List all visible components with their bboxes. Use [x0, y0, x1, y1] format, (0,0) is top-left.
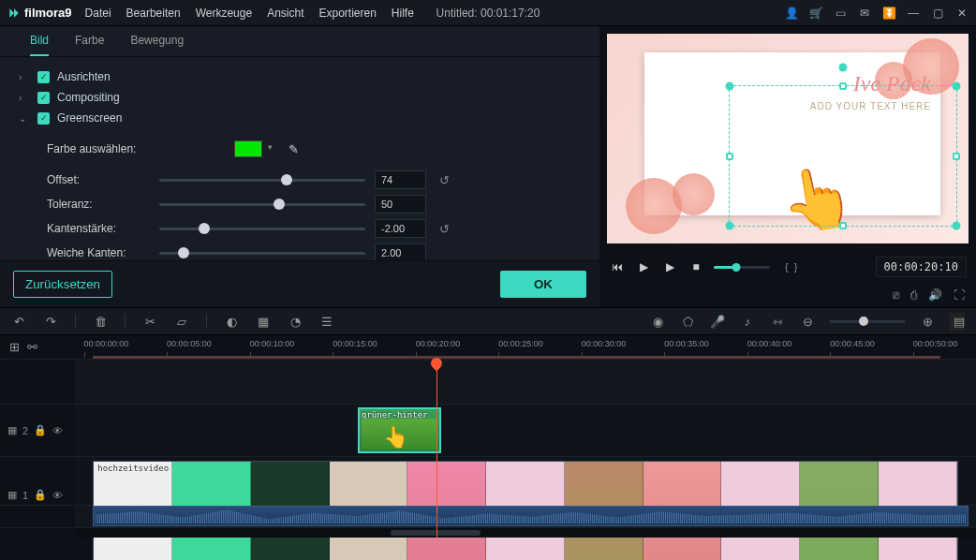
settings-icon[interactable]: ☰: [319, 315, 334, 329]
playhead[interactable]: [436, 360, 437, 538]
snapshot-icon[interactable]: ⎙: [910, 288, 917, 302]
selection-box[interactable]: [729, 85, 957, 227]
video-track-1: ▦ 1 🔒 👁: [0, 457, 976, 506]
music-icon[interactable]: ♪: [740, 315, 755, 329]
timeline-ruler[interactable]: ⊞ ⚯ 00:00:00:0000:00:05:0000:00:10:0000:…: [0, 335, 976, 360]
menu-edit[interactable]: Bearbeiten: [126, 7, 181, 20]
close-icon[interactable]: ✕: [955, 7, 969, 20]
soft-slider[interactable]: [159, 252, 365, 255]
zoom-out-icon[interactable]: ⊖: [800, 315, 815, 329]
pick-color-label: Farbe auswählen:: [47, 142, 225, 155]
speed-icon[interactable]: ◐: [224, 315, 239, 329]
play-button[interactable]: ▶: [661, 260, 678, 273]
edge-label: Kantenstärke:: [47, 222, 150, 235]
notification-icon[interactable]: ▭: [834, 7, 847, 20]
offset-label: Offset:: [47, 173, 150, 186]
split-icon[interactable]: ✂: [142, 315, 157, 329]
color-icon[interactable]: ▦: [256, 315, 271, 329]
edge-input[interactable]: [375, 219, 426, 238]
track1-type-icon: ▦: [7, 489, 17, 501]
prev-frame-button[interactable]: ⏮: [609, 260, 626, 273]
check-align[interactable]: [37, 71, 50, 83]
eyedropper-icon[interactable]: ✎: [288, 142, 299, 156]
properties-panel: Bild Farbe Bewegung ›Ausrichten ›Composi…: [0, 26, 599, 307]
tolerance-label: Toleranz:: [47, 198, 150, 211]
delete-icon[interactable]: 🗑: [93, 315, 108, 329]
soft-input[interactable]: [375, 243, 426, 260]
track1-eye-icon[interactable]: 👁: [52, 490, 63, 501]
stop-button[interactable]: ■: [688, 260, 704, 273]
mark-in-out[interactable]: { }: [785, 261, 797, 273]
marker-icon[interactable]: ⬠: [680, 315, 695, 329]
titlebar: filmora9 Datei Bearbeiten Werkzeuge Ansi…: [0, 0, 976, 26]
expand-greenscreen[interactable]: ⌄: [19, 113, 30, 124]
preview-canvas[interactable]: Ive Pack ADD YOUR TEXT HERE 👆: [607, 34, 969, 243]
tab-motion[interactable]: Bewegung: [130, 34, 184, 56]
check-greenscreen[interactable]: [37, 112, 50, 125]
undo-icon[interactable]: ↶: [11, 315, 26, 329]
menu-file[interactable]: Datei: [85, 7, 111, 20]
maximize-icon[interactable]: ▢: [931, 7, 944, 20]
reset-button[interactable]: Zurücksetzen: [13, 271, 112, 298]
app-logo: filmora9: [7, 6, 72, 20]
tab-image[interactable]: Bild: [30, 34, 49, 56]
offset-reset-icon[interactable]: ↺: [436, 173, 452, 187]
redo-icon[interactable]: ↷: [43, 315, 58, 329]
tolerance-input[interactable]: [375, 195, 426, 214]
crop-icon[interactable]: ▱: [174, 315, 189, 329]
menu-export[interactable]: Exportieren: [318, 7, 376, 20]
audio-track-1: [0, 506, 976, 528]
main-menu: Datei Bearbeiten Werkzeuge Ansicht Expor…: [85, 7, 414, 20]
tab-color[interactable]: Farbe: [75, 34, 104, 56]
clip-green[interactable]: grüner-hinter 👆: [359, 408, 440, 452]
edge-slider[interactable]: [159, 228, 365, 230]
edge-reset-icon[interactable]: ↺: [436, 222, 452, 236]
link-icon[interactable]: ⚯: [27, 340, 37, 354]
tolerance-slider[interactable]: [159, 203, 365, 206]
expand-align[interactable]: ›: [19, 72, 30, 82]
zoom-in-icon[interactable]: ⊕: [920, 315, 935, 329]
track1-index: 1: [22, 490, 28, 501]
cart-icon[interactable]: 🛒: [809, 7, 822, 20]
clip-audio[interactable]: [93, 506, 969, 526]
keyframe-icon[interactable]: ◔: [288, 315, 303, 329]
soft-label: Weiche Kanten:: [47, 246, 150, 259]
render-icon[interactable]: ◉: [650, 315, 665, 329]
mic-icon[interactable]: ⏬: [882, 7, 895, 20]
minimize-icon[interactable]: —: [907, 7, 920, 20]
offset-input[interactable]: [375, 170, 426, 189]
message-icon[interactable]: ✉: [858, 7, 871, 20]
timeline-settings-icon[interactable]: ▤: [950, 313, 965, 331]
track2-eye-icon[interactable]: 👁: [52, 425, 63, 436]
check-compositing[interactable]: [37, 92, 50, 104]
ok-button[interactable]: OK: [500, 271, 586, 298]
color-swatch[interactable]: [234, 140, 262, 157]
audio-icon[interactable]: 🔊: [928, 288, 942, 302]
voiceover-icon[interactable]: 🎤: [710, 315, 725, 329]
timeline-toolbar: ↶ ↷ 🗑 ✂ ▱ ◐ ▦ ◔ ☰ ◉ ⬠ 🎤 ♪ ⇿ ⊖ ⊕ ▤: [0, 307, 976, 335]
account-icon[interactable]: 👤: [785, 7, 798, 20]
section-compositing: Compositing: [57, 91, 120, 104]
transport-bar: ⏮ ▶ ▶ ■ { } 00:00:20:10: [599, 251, 976, 283]
menu-view[interactable]: Ansicht: [267, 7, 303, 20]
volume-slider[interactable]: [714, 266, 770, 269]
fullscreen-icon[interactable]: ⛶: [954, 288, 965, 302]
track2-lock-icon[interactable]: 🔒: [34, 424, 47, 436]
fit-icon[interactable]: ⇿: [770, 315, 785, 329]
section-greenscreen: Greenscreen: [57, 111, 122, 125]
document-title: Untitled: 00:01:17:20: [436, 7, 540, 20]
track-spacer: [0, 360, 976, 405]
section-align: Ausrichten: [57, 70, 111, 83]
track-add-icon[interactable]: ⊞: [9, 340, 20, 354]
offset-slider[interactable]: [159, 179, 365, 182]
video-track-2: ▦ 2 🔒 👁 grüner-hinter 👆: [0, 405, 976, 457]
menu-tools[interactable]: Werkzeuge: [196, 7, 252, 20]
display-icon[interactable]: ⎚: [893, 288, 899, 302]
expand-compositing[interactable]: ›: [19, 93, 30, 103]
track2-index: 2: [22, 425, 28, 436]
timeline-scrollbar[interactable]: [75, 528, 976, 538]
menu-help[interactable]: Hilfe: [392, 7, 414, 20]
track1-lock-icon[interactable]: 🔒: [34, 489, 47, 501]
zoom-slider[interactable]: [830, 320, 905, 323]
step-back-button[interactable]: ▶: [635, 260, 652, 273]
